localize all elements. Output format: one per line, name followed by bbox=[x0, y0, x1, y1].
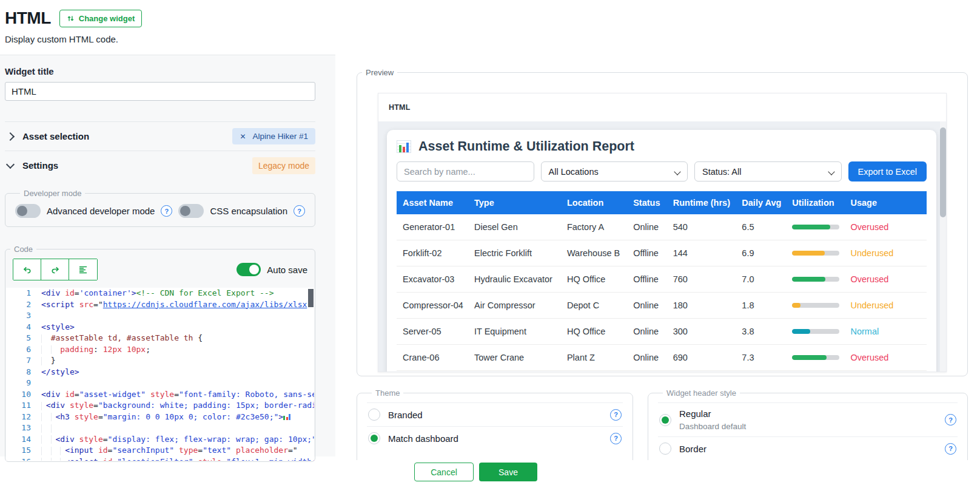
column-header: Type bbox=[468, 191, 561, 214]
preview-scrollbar[interactable] bbox=[940, 121, 946, 371]
header-style-option-regular[interactable]: RegularDashboard default? bbox=[658, 402, 958, 436]
bar-chart-icon bbox=[397, 140, 411, 153]
footer-actions: Cancel Save bbox=[414, 463, 537, 481]
status-filter-value: Status: All bbox=[702, 167, 741, 177]
report-title: Asset Runtime & Utilization Report bbox=[418, 139, 634, 154]
code-legend: Code bbox=[10, 245, 36, 254]
code-line[interactable] bbox=[41, 378, 314, 389]
code-line[interactable]: <style> bbox=[41, 322, 314, 333]
asset-selection-section[interactable]: Asset selection ✕ Alpine Hiker #1 bbox=[5, 121, 315, 151]
developer-mode-group: Developer mode Advanced developer mode? … bbox=[5, 189, 315, 227]
preview-legend: Preview bbox=[362, 68, 397, 77]
legacy-mode-badge: Legacy mode bbox=[252, 157, 315, 174]
toggle-css-encapsulation[interactable] bbox=[178, 204, 204, 218]
editor-scrollbar[interactable] bbox=[308, 289, 314, 307]
code-line[interactable]: <script src="https://cdnjs.cloudflare.co… bbox=[41, 299, 314, 311]
save-button[interactable]: Save bbox=[479, 463, 537, 481]
column-header: Status bbox=[627, 191, 667, 214]
table-row: Compressor-04Air CompressorDepot COnline… bbox=[397, 293, 927, 319]
developer-mode-legend: Developer mode bbox=[20, 189, 85, 198]
swap-icon bbox=[67, 15, 75, 22]
usage-label: Normal bbox=[844, 319, 927, 345]
theme-legend: Theme bbox=[372, 388, 403, 398]
chevron-down-icon bbox=[6, 160, 15, 169]
status-filter-select[interactable]: Status: All bbox=[694, 161, 842, 181]
toggle-knob bbox=[17, 206, 27, 216]
preview-scrollbar-thumb[interactable] bbox=[940, 127, 946, 217]
settings-section[interactable]: Settings Legacy mode bbox=[5, 151, 315, 180]
format-code-button[interactable] bbox=[69, 259, 97, 280]
radio-button[interactable] bbox=[368, 432, 380, 444]
column-header: Usage bbox=[844, 191, 927, 214]
header-style-option-border[interactable]: Border? bbox=[658, 436, 958, 460]
chevron-down-icon bbox=[828, 168, 834, 175]
table-row: Generator-01Diesel GenFactory AOnline540… bbox=[397, 214, 927, 240]
column-header: Runtime (hrs) bbox=[667, 191, 736, 214]
autosave-label: Auto save bbox=[267, 265, 307, 275]
change-widget-label: Change widget bbox=[79, 14, 135, 23]
report-card: Asset Runtime & Utilization Report All L… bbox=[387, 130, 936, 371]
radio-button[interactable] bbox=[368, 409, 380, 421]
utilization-bar bbox=[792, 329, 839, 334]
location-filter-select[interactable]: All Locations bbox=[541, 161, 688, 181]
radio-button[interactable] bbox=[659, 443, 671, 455]
settings-label: Settings bbox=[22, 160, 58, 171]
autosave-toggle[interactable] bbox=[237, 263, 261, 276]
redo-button[interactable] bbox=[41, 259, 69, 280]
undo-icon bbox=[22, 265, 32, 274]
utilization-bar bbox=[792, 251, 839, 256]
toggle-advanced-developer-mode[interactable] bbox=[15, 204, 41, 218]
radio-button[interactable] bbox=[659, 414, 671, 426]
cancel-button[interactable]: Cancel bbox=[414, 463, 474, 481]
utilization-bar bbox=[792, 355, 839, 360]
undo-button[interactable] bbox=[13, 259, 41, 280]
help-icon[interactable]: ? bbox=[294, 205, 305, 217]
option-label: Border bbox=[679, 444, 706, 454]
preview-widget: HTML Asset Runtime & Utilization Report bbox=[378, 93, 947, 372]
help-icon[interactable]: ? bbox=[945, 414, 956, 426]
utilization-bar bbox=[792, 277, 839, 282]
widget-editor-page: HTML Change widget Display custom HTML c… bbox=[0, 0, 980, 502]
asset-table: Asset NameTypeLocationStatusRuntime (hrs… bbox=[397, 191, 927, 371]
export-excel-button[interactable]: Export to Excel bbox=[848, 161, 927, 181]
table-row: Server-05IT EquipmentHQ OfficeOnline3003… bbox=[397, 319, 927, 345]
asset-table-header: Asset NameTypeLocationStatusRuntime (hrs… bbox=[397, 191, 927, 214]
code-line[interactable]: <div id='container'><!-- CDN for Excel E… bbox=[41, 288, 314, 299]
table-row: Crane-06Tower CranePlant ZOnline6907.3Ov… bbox=[397, 345, 927, 371]
help-icon[interactable]: ? bbox=[945, 443, 956, 455]
code-line[interactable]: </style> bbox=[41, 367, 314, 378]
option-sublabel: Dashboard default bbox=[679, 422, 746, 431]
widget-header-style-legend: Widget header style bbox=[663, 388, 740, 398]
code-line[interactable]: #assetTable td, #assetTable th { bbox=[41, 333, 314, 344]
widget-title-input[interactable] bbox=[5, 82, 315, 101]
usage-label: Underused bbox=[844, 293, 927, 319]
chevron-down-icon bbox=[674, 168, 680, 175]
utilization-bar bbox=[792, 225, 839, 229]
change-widget-button[interactable]: Change widget bbox=[59, 10, 142, 27]
help-icon[interactable]: ? bbox=[610, 409, 622, 421]
option-label: Regular bbox=[679, 409, 746, 419]
page-header: HTML Change widget Display custom HTML c… bbox=[5, 8, 142, 44]
code-line[interactable]: padding: 12px 10px; bbox=[41, 344, 314, 356]
preview-panel: Preview HTML Asset Runtime & Utilization… bbox=[357, 68, 968, 376]
column-header: Location bbox=[561, 191, 627, 214]
column-header: Daily Avg bbox=[736, 191, 786, 214]
format-code-icon bbox=[79, 266, 87, 274]
remove-asset-icon[interactable]: ✕ bbox=[240, 132, 246, 141]
code-line[interactable]: } bbox=[41, 355, 314, 367]
table-row: Forklift-02Electric ForkliftWarehouse BO… bbox=[397, 240, 927, 266]
help-icon[interactable]: ? bbox=[610, 433, 622, 444]
theme-group: Theme Branded?Match dashboard? bbox=[357, 388, 633, 460]
toggle-label: Advanced developer mode bbox=[47, 206, 155, 216]
table-row: Excavator-03Hydraulic ExcavatorHQ Office… bbox=[397, 266, 927, 293]
help-icon[interactable]: ? bbox=[161, 205, 172, 217]
report-search-input[interactable] bbox=[397, 161, 534, 181]
theme-option-branded[interactable]: Branded? bbox=[367, 402, 623, 426]
code-line[interactable] bbox=[41, 310, 314, 322]
utilization-bar bbox=[792, 303, 839, 308]
preview-widget-body: Asset Runtime & Utilization Report All L… bbox=[378, 121, 946, 371]
theme-option-match-dashboard[interactable]: Match dashboard? bbox=[367, 426, 623, 450]
page-subtitle: Display custom HTML code. bbox=[5, 34, 142, 44]
asset-chip[interactable]: ✕ Alpine Hiker #1 bbox=[232, 128, 315, 144]
widget-title-label: Widget title bbox=[5, 66, 315, 76]
